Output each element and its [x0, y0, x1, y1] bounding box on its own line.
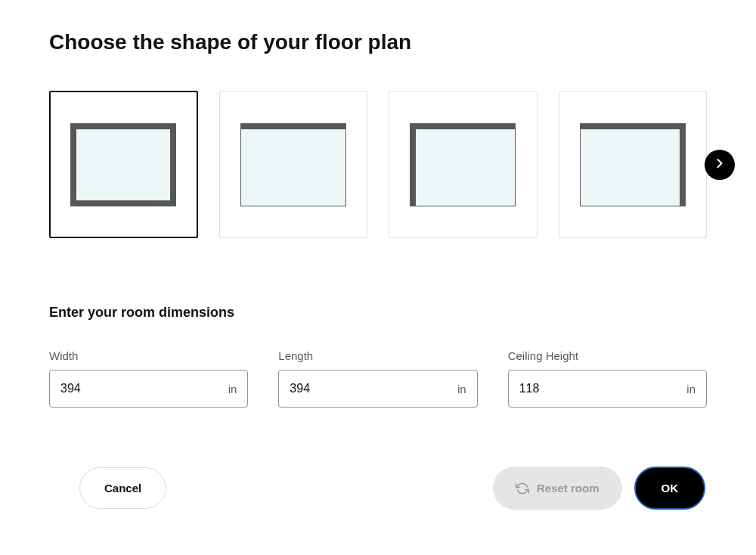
length-label: Length [278, 349, 477, 362]
shape-options [49, 91, 707, 238]
shape-rectangle-top-icon [240, 123, 346, 206]
width-input[interactable] [60, 382, 228, 395]
length-input-wrapper[interactable]: in [278, 370, 477, 408]
shape-option-top-right[interactable] [559, 91, 707, 238]
shape-option-closed[interactable] [49, 91, 198, 238]
dimensions-title: Enter your room dimensions [49, 305, 707, 321]
ok-button[interactable]: OK [634, 467, 706, 510]
dimension-field-ceiling: Ceiling Height in [508, 349, 707, 408]
ceiling-label: Ceiling Height [508, 349, 707, 362]
ceiling-input-wrapper[interactable]: in [508, 370, 707, 408]
cancel-button[interactable]: Cancel [79, 467, 166, 509]
dimension-field-width: Width in [49, 349, 248, 408]
reset-room-button[interactable]: Reset room [493, 467, 622, 510]
button-row: Cancel Reset room OK [49, 467, 707, 510]
shape-rectangle-top-right-icon [580, 123, 686, 206]
width-input-wrapper[interactable]: in [49, 370, 248, 408]
next-arrow-button[interactable] [705, 150, 735, 180]
width-label: Width [49, 349, 248, 362]
length-unit: in [457, 383, 466, 395]
shape-option-top-left[interactable] [389, 91, 537, 238]
reset-label: Reset room [537, 482, 600, 495]
ceiling-input[interactable] [519, 382, 687, 395]
ceiling-unit: in [686, 383, 696, 395]
dimensions-row: Width in Length in Ceiling Height in [49, 349, 707, 408]
chevron-right-icon [712, 156, 727, 173]
width-unit: in [228, 383, 237, 395]
reset-icon [516, 482, 529, 495]
shape-rectangle-closed-icon [70, 123, 176, 206]
shape-rectangle-top-left-icon [410, 123, 516, 206]
page-title: Choose the shape of your floor plan [49, 30, 707, 54]
dimension-field-length: Length in [278, 349, 477, 408]
shape-option-top[interactable] [219, 91, 367, 238]
length-input[interactable] [290, 382, 457, 395]
right-buttons: Reset room OK [493, 467, 705, 510]
